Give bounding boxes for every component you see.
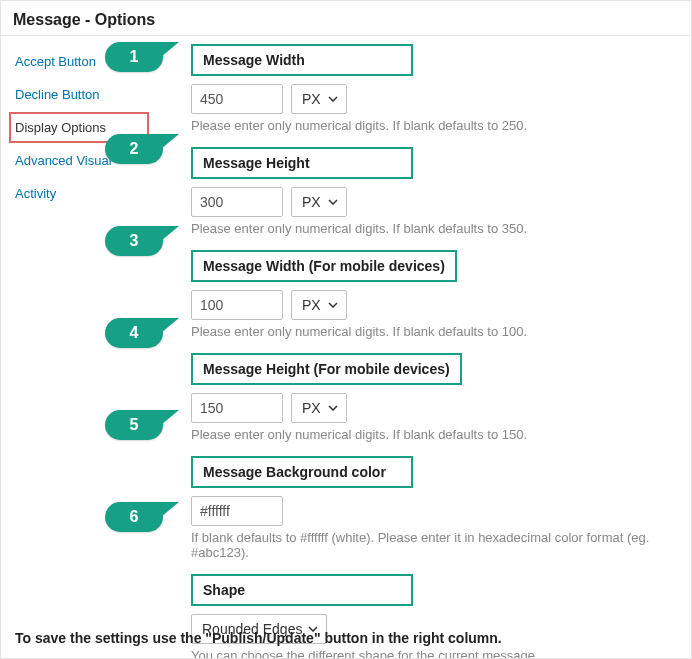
input-bg-color[interactable] <box>191 496 283 526</box>
hint-message-width: Please enter only numerical digits. If b… <box>191 118 687 133</box>
label-bg-color: Message Background color <box>191 456 413 488</box>
callout-4: 4 <box>105 318 163 348</box>
select-width-unit-value: PX <box>302 91 321 107</box>
field-message-width-mobile: Message Width (For mobile devices) PX Pl… <box>161 250 687 339</box>
hint-message-width-mobile: Please enter only numerical digits. If b… <box>191 324 687 339</box>
callout-5: 5 <box>105 410 163 440</box>
label-shape: Shape <box>191 574 413 606</box>
input-message-height[interactable] <box>191 187 283 217</box>
select-height-unit-value: PX <box>302 194 321 210</box>
hint-message-height: Please enter only numerical digits. If b… <box>191 221 687 236</box>
input-message-width-mobile[interactable] <box>191 290 283 320</box>
select-height-mobile-unit[interactable]: PX <box>291 393 347 423</box>
label-message-height: Message Height <box>191 147 413 179</box>
nav-activity[interactable]: Activity <box>9 178 149 209</box>
input-message-width[interactable] <box>191 84 283 114</box>
field-message-height: Message Height PX Please enter only nume… <box>161 147 687 236</box>
input-message-height-mobile[interactable] <box>191 393 283 423</box>
chevron-down-icon <box>328 94 338 104</box>
hint-shape: You can choose the different shape for t… <box>191 648 687 659</box>
hint-message-height-mobile: Please enter only numerical digits. If b… <box>191 427 687 442</box>
field-bg-color: Message Background color If blank defaul… <box>161 456 687 560</box>
chevron-down-icon <box>328 197 338 207</box>
page-title: Message - Options <box>1 1 691 36</box>
hint-bg-color: If blank defaults to #ffffff (white). Pl… <box>191 530 687 560</box>
select-width-unit[interactable]: PX <box>291 84 347 114</box>
field-message-width: Message Width PX Please enter only numer… <box>161 44 687 133</box>
label-message-height-mobile: Message Height (For mobile devices) <box>191 353 462 385</box>
label-message-width: Message Width <box>191 44 413 76</box>
field-shape: Shape Rounded Edges You can choose the d… <box>161 574 687 659</box>
select-height-unit[interactable]: PX <box>291 187 347 217</box>
content-layout: Accept Button Decline Button Display Opt… <box>1 36 691 659</box>
chevron-down-icon <box>328 403 338 413</box>
callout-1: 1 <box>105 42 163 72</box>
callout-3: 3 <box>105 226 163 256</box>
select-height-mobile-unit-value: PX <box>302 400 321 416</box>
field-message-height-mobile: Message Height (For mobile devices) PX P… <box>161 353 687 442</box>
footer-note: To save the settings use the "Publish/Up… <box>15 630 502 646</box>
main-panel: 1 2 3 4 5 6 Message Width PX Please ente… <box>157 36 691 659</box>
callout-6: 6 <box>105 502 163 532</box>
nav-decline-button[interactable]: Decline Button <box>9 79 149 110</box>
callout-2: 2 <box>105 134 163 164</box>
label-message-width-mobile: Message Width (For mobile devices) <box>191 250 457 282</box>
select-width-mobile-unit-value: PX <box>302 297 321 313</box>
select-width-mobile-unit[interactable]: PX <box>291 290 347 320</box>
chevron-down-icon <box>328 300 338 310</box>
